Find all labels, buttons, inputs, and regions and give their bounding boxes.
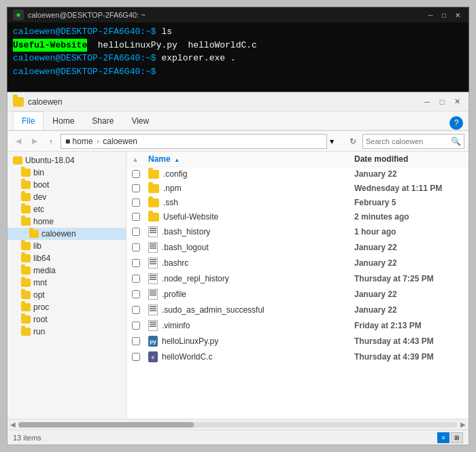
help-button[interactable]: ? [449,116,463,130]
row-check[interactable] [132,259,148,267]
row-check[interactable] [132,321,148,330]
row-checkbox-10[interactable] [132,321,140,330]
table-row[interactable]: .config January 22 [126,167,469,181]
tab-view[interactable]: View [122,111,158,130]
explorer-close-button[interactable]: ✕ [451,96,463,108]
row-checkbox-0[interactable] [132,170,140,178]
terminal-prompt-3: caloewen@DESKTOP-2FA6G40:~$ [13,52,161,65]
address-path[interactable]: ■ home › caloewen [61,134,327,149]
forward-button[interactable]: ▶ [28,135,41,148]
sidebar-item-lib[interactable]: lib [7,240,126,252]
sidebar-item-home[interactable]: home [7,215,126,228]
row-check[interactable] [132,337,148,345]
address-dropdown[interactable]: ▾ [330,137,343,146]
row-check[interactable] [132,228,148,236]
sort-icon: ▲ [173,157,180,163]
tab-file[interactable]: File [13,111,44,130]
table-row[interactable]: .bash_history 1 hour ago [126,224,469,240]
sidebar-label-media: media [33,266,56,275]
tab-share[interactable]: Share [83,111,122,130]
table-row[interactable]: .viminfo Friday at 2:13 PM [126,318,469,334]
sidebar-item-opt[interactable]: opt [7,289,126,301]
terminal-title: caloewen@DESKTOP-2FA6G40: ~ [28,11,146,19]
table-row[interactable]: .bash_logout January 22 [126,240,469,256]
sidebar-item-ubuntu[interactable]: Ubuntu-18.04 [7,154,126,167]
row-check[interactable] [132,243,148,251]
refresh-button[interactable]: ↻ [346,135,360,148]
file-name: .bash_logout [162,243,209,252]
row-checkbox-7[interactable] [132,275,140,283]
scrollbar-thumb[interactable] [18,422,194,428]
table-row[interactable]: .bashrc January 22 [126,256,469,271]
table-row[interactable]: py helloLinuxPy.py Thursday at 4:43 PM [126,334,469,349]
sidebar-item-etc[interactable]: etc [7,203,126,215]
row-name-3: Useful-Website [148,212,354,222]
row-checkbox-9[interactable] [132,306,140,314]
tab-home[interactable]: Home [44,111,83,130]
sidebar-folder-icon-lib64 [21,254,31,262]
scroll-left-arrow[interactable]: ◀ [10,421,16,428]
sidebar-item-proc[interactable]: proc [7,301,126,313]
column-date[interactable]: Date modified [354,154,463,164]
table-row[interactable]: Useful-Website 2 minutes ago [126,210,469,224]
explorer-maximize-button[interactable]: □ [436,96,448,108]
search-input[interactable] [366,137,451,145]
terminal-maximize-button[interactable]: □ [439,10,449,20]
sidebar-item-mnt[interactable]: mnt [7,277,126,289]
sidebar-folder-icon-run [21,328,31,336]
sidebar-item-lib64[interactable]: lib64 [7,252,126,264]
search-box[interactable]: 🔍 [362,134,464,149]
row-checkbox-5[interactable] [132,243,140,251]
row-checkbox-1[interactable] [132,184,140,192]
terminal-file-py: helloLinuxPy.py helloWorldC.c [87,39,257,52]
row-date-9: January 22 [354,305,463,315]
table-row[interactable]: c helloWorldC.c Thursday at 4:39 PM [126,349,469,365]
row-check[interactable] [132,306,148,314]
column-name[interactable]: Name ▲ [148,154,354,164]
row-check[interactable] [132,353,148,361]
list-view-button[interactable]: ≡ [437,432,449,443]
row-check[interactable] [132,170,148,178]
sidebar-item-boot[interactable]: boot [7,179,126,191]
table-row[interactable]: .npm Wednesday at 1:11 PM [126,181,469,196]
up-button[interactable]: ↑ [44,135,58,148]
scroll-right-arrow[interactable]: ▶ [460,421,466,428]
row-checkbox-4[interactable] [132,228,140,236]
doc-icon [148,320,158,331]
sidebar-item-caloewen[interactable]: caloewen [7,228,126,240]
row-check[interactable] [132,275,148,283]
explorer-minimize-button[interactable]: ─ [421,96,433,108]
check-all[interactable]: ▲ [132,154,148,164]
sidebar-item-dev[interactable]: dev [7,191,126,203]
terminal-highlighted-file: Useful-Website [13,39,87,52]
back-button[interactable]: ◀ [12,135,25,148]
row-check[interactable] [132,213,148,221]
details-view-button[interactable]: ⊞ [451,432,463,443]
sidebar-item-root[interactable]: root [7,313,126,326]
row-checkbox-12[interactable] [132,353,140,361]
file-name: .config [163,169,187,179]
row-check[interactable] [132,198,148,207]
row-checkbox-6[interactable] [132,259,140,267]
scrollbar-area[interactable]: ◀ ▶ [7,419,469,430]
terminal-close-button[interactable]: ✕ [452,10,463,20]
address-home: home [73,137,93,146]
table-row[interactable]: .profile January 22 [126,287,469,302]
sidebar-item-bin[interactable]: bin [7,167,126,179]
sidebar-item-run[interactable]: run [7,326,126,338]
py-icon: py [148,336,158,347]
table-row[interactable]: .ssh February 5 [126,196,469,210]
row-checkbox-8[interactable] [132,290,140,298]
sidebar-item-media[interactable]: media [7,264,126,277]
scrollbar-track[interactable] [18,422,458,428]
row-check[interactable] [132,290,148,298]
table-row[interactable]: .sudo_as_admin_successful January 22 [126,302,469,318]
table-row[interactable]: .node_repl_history Thursday at 7:25 PM [126,271,469,287]
terminal-minimize-button[interactable]: ─ [425,10,436,20]
address-bar: ◀ ▶ ↑ ■ home › caloewen ▾ ↻ 🔍 [7,131,469,152]
sidebar-folder-icon-etc [21,205,31,213]
row-checkbox-2[interactable] [132,198,140,207]
row-checkbox-11[interactable] [132,337,140,345]
row-checkbox-3[interactable] [132,213,140,221]
row-check[interactable] [132,184,148,192]
